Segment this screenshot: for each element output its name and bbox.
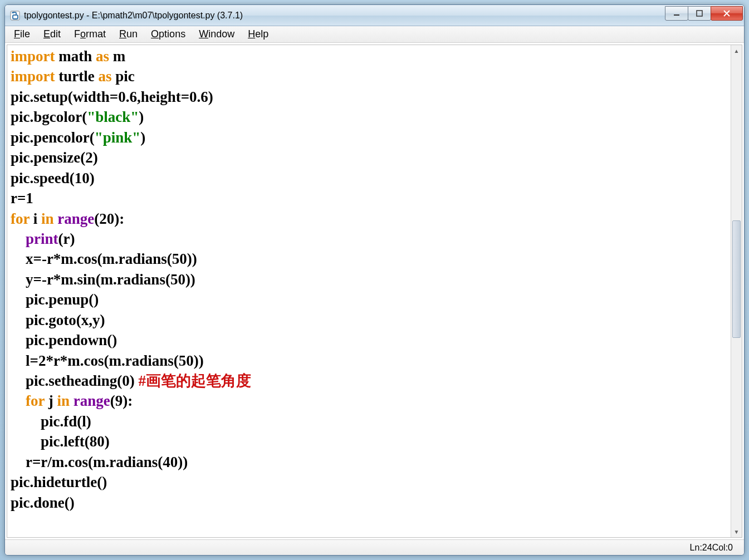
menubar: File Edit Format Run Options Window Help [5, 26, 744, 43]
column-number-value: 0 [728, 543, 733, 553]
idle-window: tpolygontest.py - E:\pmath2\m07\tpolygon… [4, 4, 745, 556]
window-title: tpolygontest.py - E:\pmath2\m07\tpolygon… [24, 11, 665, 21]
window-controls [665, 6, 743, 21]
scroll-down-arrow-icon[interactable]: ▼ [731, 526, 742, 537]
scroll-thumb[interactable] [732, 220, 741, 338]
line-number-value: 24 [702, 543, 712, 553]
menu-edit[interactable]: Edit [37, 27, 67, 42]
menu-run[interactable]: Run [112, 27, 144, 42]
code-editor[interactable]: import math as m import turtle as pic pi… [7, 45, 731, 537]
statusbar: Ln: 24 Col: 0 [5, 539, 744, 555]
close-button[interactable] [711, 6, 743, 21]
line-number-label: Ln: [690, 543, 702, 553]
minimize-button[interactable] [665, 6, 688, 21]
titlebar[interactable]: tpolygontest.py - E:\pmath2\m07\tpolygon… [5, 5, 744, 26]
vertical-scrollbar[interactable]: ▲ ▼ [731, 45, 742, 537]
svg-rect-2 [674, 14, 679, 16]
svg-rect-3 [697, 11, 702, 16]
menu-options[interactable]: Options [144, 27, 192, 42]
maximize-button[interactable] [688, 6, 711, 21]
menu-format[interactable]: Format [67, 27, 112, 42]
menu-help[interactable]: Help [241, 27, 275, 42]
menu-window[interactable]: Window [192, 27, 241, 42]
editor-area: import math as m import turtle as pic pi… [7, 45, 742, 538]
menu-file[interactable]: File [7, 27, 37, 42]
scroll-up-arrow-icon[interactable]: ▲ [731, 45, 742, 56]
python-idle-icon [9, 10, 21, 21]
svg-point-1 [13, 12, 14, 13]
scroll-track[interactable] [731, 56, 742, 526]
column-number-label: Col: [712, 543, 728, 553]
